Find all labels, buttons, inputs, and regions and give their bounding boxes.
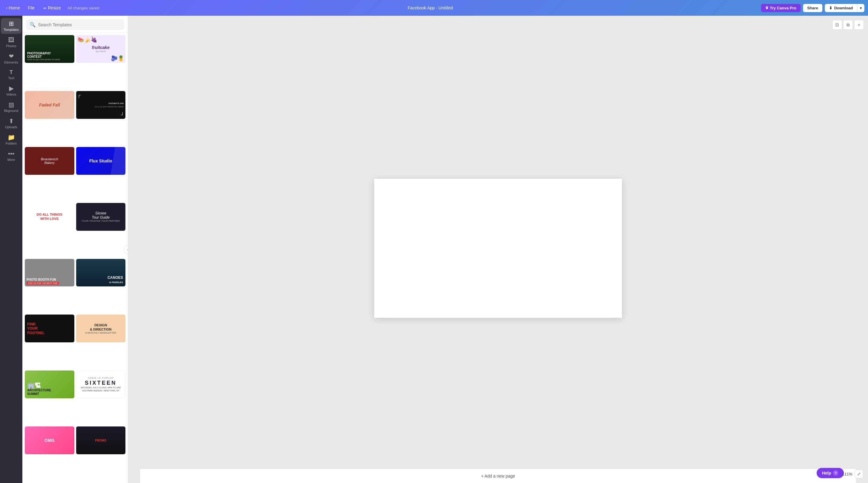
- template-card-canoes[interactable]: CANOES& PADDLES: [76, 259, 126, 287]
- sidebar-item-folders[interactable]: 📁 Folders: [1, 132, 22, 148]
- download-caret-button[interactable]: ▾: [858, 4, 864, 12]
- canvas-add-button[interactable]: +: [854, 20, 864, 30]
- template-design-title: DESIGN& DIRECTION: [90, 323, 112, 332]
- sidebar-item-more[interactable]: ••• More: [1, 148, 22, 164]
- sidebar-item-folders-label: Folders: [6, 142, 17, 145]
- add-icon: +: [858, 22, 860, 27]
- template-michael-title: michael & mia11.11.11 | EST. PHOTO BY CA…: [95, 102, 124, 108]
- template-omg-title: OMG: [44, 438, 54, 443]
- zoom-bar: 111% ⤢: [842, 470, 863, 478]
- template-faded-fall-title: Faded Fall: [39, 103, 60, 107]
- canvas-expand-button[interactable]: ⊡: [832, 20, 842, 30]
- uploads-icon: ⬆: [9, 118, 14, 124]
- share-button[interactable]: Share: [803, 4, 823, 12]
- canvas-duplicate-button[interactable]: ⧉: [843, 20, 853, 30]
- template-card-fruitcake[interactable]: 🍉🍌🍇 fruitcake by canva 🫐🍍: [76, 35, 126, 63]
- template-card-michael[interactable]: ┌ ┘ michael & mia11.11.11 | EST. PHOTO B…: [76, 91, 126, 119]
- photos-icon: 🖼: [8, 37, 14, 43]
- template-card-flux[interactable]: Flux Studio: [76, 147, 126, 175]
- sidebar-item-text[interactable]: T Text: [1, 67, 22, 82]
- template-card-bakery[interactable]: BeaulanschBakery: [25, 147, 74, 175]
- canvas-area: ⊡ ⧉ + + Add a new page Help ? 111% ⤢: [128, 16, 868, 483]
- template-card-sioxee[interactable]: Sioxee Tour Guide YOUR TRUSTED TOUR PART…: [76, 203, 126, 231]
- template-card-dark2[interactable]: PROMO: [76, 426, 126, 454]
- templates-panel: 🔍 PHOTOGRAPHYCONTEST Send us your best p…: [22, 16, 128, 483]
- arch-skyline: 🏢🏗: [27, 382, 41, 389]
- template-findfoot-title: FINDYOURFOOTING.: [27, 322, 45, 335]
- search-input[interactable]: [38, 22, 121, 27]
- template-card-photography[interactable]: PHOTOGRAPHYCONTEST Send us your best pho…: [25, 35, 74, 63]
- template-card-photobooth[interactable]: PHOTO BOOTH FUN JOIN US FOR THE BEST TIM…: [25, 259, 74, 287]
- sidebar-item-videos[interactable]: ▶ Videos: [1, 83, 22, 98]
- more-icon: •••: [8, 151, 14, 157]
- sidebar-item-text-label: Text: [8, 76, 14, 80]
- template-sixteen-details: SATURDAY, JULY 14 2018 • 8PM TO 2AM4232 …: [81, 386, 121, 392]
- canvas-toolbar: ⊡ ⧉ +: [832, 20, 864, 30]
- resize-button[interactable]: ⇔ Resize: [40, 4, 64, 11]
- template-fruitcake-sub: by canva: [96, 50, 105, 53]
- sidebar-item-background-label: Bkground: [4, 109, 18, 113]
- sidebar: ⊞ Templates 🖼 Photos ❤ Elements T Text ▶…: [0, 16, 22, 483]
- template-sioxee-title: Sioxee: [95, 211, 106, 215]
- canvas-wrapper: [128, 16, 868, 468]
- template-arch-title: ArchitectureSummit: [27, 389, 51, 396]
- home-label: Home: [9, 5, 20, 10]
- sidebar-item-elements-label: Elements: [4, 60, 18, 64]
- template-flux-title: Flux Studio: [89, 159, 112, 163]
- add-page-label: + Add a new page: [481, 474, 515, 479]
- canvas[interactable]: [374, 179, 622, 318]
- template-card-omg[interactable]: OMG: [25, 426, 74, 454]
- template-photobooth-title: PHOTO BOOTH FUN: [27, 278, 59, 281]
- sidebar-item-uploads[interactable]: ⬆ Uploads: [1, 116, 22, 131]
- help-button[interactable]: Help ?: [817, 468, 844, 478]
- sidebar-item-templates[interactable]: ⊞ Templates: [1, 18, 22, 34]
- try-pro-label: Try Canva Pro: [770, 6, 796, 10]
- help-icon: ?: [833, 470, 838, 476]
- template-card-findfoot[interactable]: FINDYOURFOOTING.: [25, 315, 74, 342]
- search-icon: 🔍: [30, 22, 36, 28]
- sidebar-item-photos[interactable]: 🖼 Photos: [1, 34, 22, 50]
- fullscreen-icon: ⤢: [857, 472, 861, 476]
- search-bar: 🔍: [22, 16, 128, 33]
- zoom-expand-button[interactable]: ⤢: [855, 470, 863, 478]
- template-card-dothings[interactable]: DO ALL THINGSWITH LOVE: [25, 203, 74, 231]
- template-card-design[interactable]: DESIGN& DIRECTION A MONTHLY NEWSLETTER: [76, 315, 126, 342]
- file-button[interactable]: File: [25, 4, 38, 11]
- add-page-bar[interactable]: + Add a new page: [140, 468, 856, 483]
- template-dothings-title: DO ALL THINGSWITH LOVE: [37, 212, 62, 221]
- template-fruitcake-title: fruitcake: [92, 45, 110, 50]
- template-sixteen-title: SIXTEEN: [85, 380, 117, 386]
- home-button[interactable]: ‹ Home: [4, 4, 22, 11]
- template-sioxee-sub: YOUR TRUSTED TOUR PARTNER: [82, 220, 120, 222]
- template-photobooth-badge: JOIN US FOR THE BEST TIME: [27, 282, 59, 285]
- template-photography-subtitle: Send us your best photos of nature: [27, 58, 60, 60]
- resize-icon: ⇔: [43, 6, 46, 10]
- download-button[interactable]: ⬇ Download: [825, 4, 858, 12]
- main-area: ⊞ Templates 🖼 Photos ❤ Elements T Text ▶…: [0, 16, 868, 483]
- autosave-status: All changes saved: [67, 6, 99, 10]
- template-sixteen-sub-top: JAMIE LE FURLAN: [88, 376, 114, 379]
- copy-icon: ⧉: [846, 22, 849, 28]
- template-bakery-title: BeaulanschBakery: [41, 157, 58, 165]
- template-card-arch[interactable]: 🏢🏗 ArchitectureSummit: [25, 370, 74, 398]
- elements-icon: ❤: [9, 53, 14, 59]
- topbar: ‹ Home File ⇔ Resize All changes saved F…: [0, 0, 868, 16]
- sidebar-item-videos-label: Videos: [6, 92, 16, 96]
- sidebar-item-uploads-label: Uploads: [5, 125, 17, 129]
- template-card-sixteen[interactable]: JAMIE LE FURLAN SIXTEEN SATURDAY, JULY 1…: [76, 370, 126, 398]
- download-icon: ⬇: [829, 6, 832, 10]
- resize-label: Resize: [48, 5, 61, 10]
- templates-icon: ⊞: [9, 21, 14, 27]
- zoom-level: 111%: [842, 472, 852, 476]
- template-dark2-title: PROMO: [95, 439, 106, 442]
- sidebar-item-elements[interactable]: ❤ Elements: [1, 51, 22, 66]
- chevron-left-icon: ‹: [6, 5, 7, 10]
- try-pro-button[interactable]: ♛ Try Canva Pro: [761, 4, 800, 12]
- sidebar-item-background[interactable]: ▨ Bkground: [1, 99, 22, 115]
- template-photography-title: PHOTOGRAPHYCONTEST: [27, 52, 51, 58]
- flux-decoration: [111, 147, 125, 175]
- crown-icon: ♛: [765, 6, 769, 10]
- template-card-faded-fall[interactable]: Faded Fall: [25, 91, 74, 119]
- sidebar-item-photos-label: Photos: [6, 44, 16, 48]
- doc-title: Facebook App - Untitled: [408, 5, 453, 10]
